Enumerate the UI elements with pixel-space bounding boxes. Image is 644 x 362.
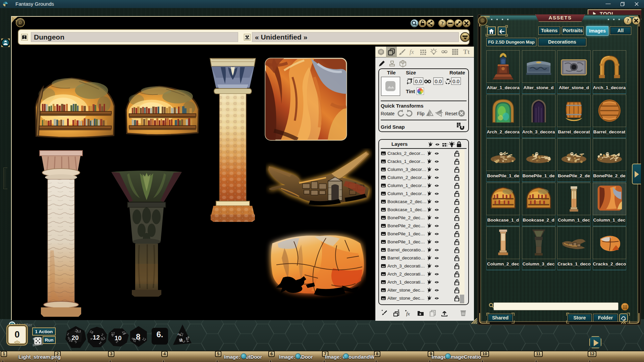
svg-text:fx: fx — [410, 49, 414, 55]
svg-text:Tt: Tt — [463, 48, 470, 55]
svg-text:10: 10 — [114, 335, 121, 342]
svg-text:?: ? — [627, 18, 629, 23]
svg-text:fx: fx — [406, 311, 410, 316]
svg-text:12: 12 — [93, 334, 100, 341]
svg-text:?: ? — [441, 20, 444, 26]
svg-text:20: 20 — [71, 334, 78, 341]
svg-text:8: 8 — [136, 332, 140, 341]
